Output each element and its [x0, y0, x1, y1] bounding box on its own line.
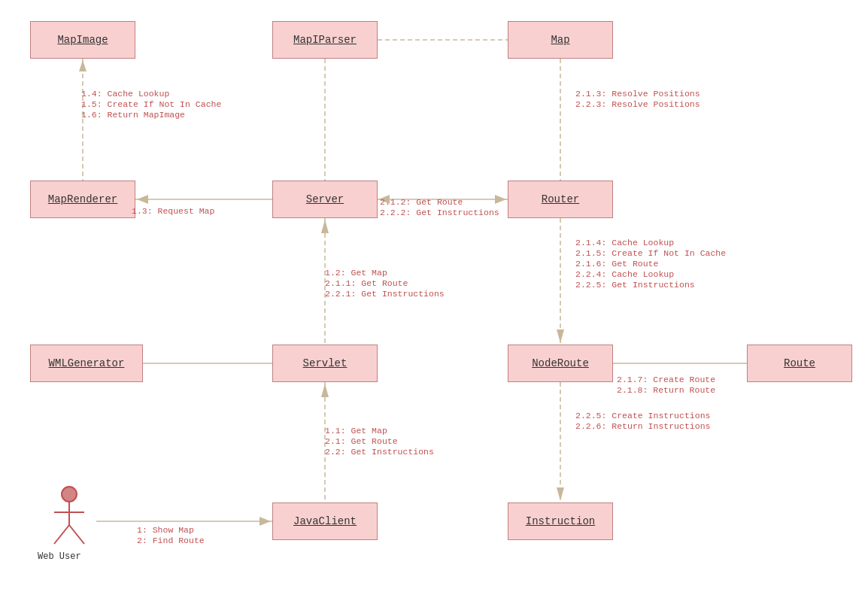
box-mapiparser: MapIParser [272, 21, 378, 59]
label-resolve-pos-213: 2.1.3: Resolve Positions [575, 89, 700, 99]
box-instruction: Instruction [508, 502, 613, 540]
box-noderoute: NodeRoute [508, 345, 613, 382]
label-get-route-211: 2.1.1: Get Route [325, 278, 408, 288]
svg-marker-1 [79, 60, 86, 71]
label-cache-lookup-214: 2.1.4: Cache Lookup [575, 238, 674, 247]
box-label-wmlgenerator: WMLGenerator [49, 357, 125, 369]
box-router: Router [508, 181, 613, 218]
label-return-instructions-226: 2.2.6: Return Instructions [575, 421, 710, 431]
label-create-instructions-225: 2.2.5: Create Instructions [575, 411, 710, 420]
label-create-if-not-cache: 1.5: Create If Not In Cache [81, 99, 221, 109]
box-server: Server [272, 181, 378, 218]
box-label-mapiparser: MapIParser [293, 34, 357, 46]
svg-point-23 [62, 487, 77, 502]
box-mapimage: MapImage [30, 21, 135, 59]
label-get-instructions-222: 2.2.2: Get Instructions [380, 208, 499, 217]
actor-label: Web User [38, 551, 81, 562]
label-get-route-212: 2.1.2: Get Route [380, 197, 463, 207]
label-get-route-216: 2.1.6: Get Route [575, 259, 658, 269]
box-label-maprenderer: MapRenderer [48, 193, 117, 205]
label-request-map: 1.3: Request Map [132, 206, 214, 216]
box-map: Map [508, 21, 613, 59]
svg-line-27 [69, 525, 84, 544]
box-label-javaclient: JavaClient [293, 515, 357, 527]
svg-marker-6 [137, 195, 148, 204]
label-get-route-21: 2.1: Get Route [325, 436, 398, 446]
label-get-instructions-22: 2.2: Get Instructions [325, 447, 434, 457]
box-label-map: Map [551, 34, 569, 46]
label-get-map-12: 1.2: Get Map [325, 268, 387, 278]
label-get-map-11: 1.1: Get Map [325, 426, 387, 436]
box-maprenderer: MapRenderer [30, 181, 135, 218]
box-label-mapimage: MapImage [57, 34, 108, 46]
box-label-servlet: Servlet [303, 357, 348, 369]
label-cache-lookup: 1.4: Cache Lookup [81, 89, 169, 99]
label-cache-lookup-224: 2.2.4: Cache Lookup [575, 269, 674, 279]
label-find-route-2: 2: Find Route [137, 536, 205, 545]
svg-marker-13 [557, 329, 564, 343]
box-route: Route [747, 345, 852, 382]
actor-svg [47, 484, 92, 551]
actor-web-user [47, 484, 92, 555]
box-label-route: Route [784, 357, 815, 369]
box-servlet: Servlet [272, 345, 378, 382]
label-return-mapimage: 1.6: Return MapImage [81, 110, 185, 120]
svg-marker-21 [259, 517, 271, 526]
box-wmlgenerator: WMLGenerator [30, 345, 143, 382]
svg-marker-19 [321, 384, 329, 397]
box-label-router: Router [542, 193, 579, 205]
diagram-container: MapImage MapIParser Map MapRenderer Serv… [0, 0, 868, 592]
svg-line-26 [54, 525, 69, 544]
label-get-instructions-225: 2.2.5: Get Instructions [575, 280, 695, 290]
box-label-server: Server [306, 193, 344, 205]
label-get-instructions-221: 2.2.1: Get Instructions [325, 289, 445, 299]
svg-marker-8 [495, 195, 506, 204]
label-create-route-217: 2.1.7: Create Route [617, 375, 715, 384]
svg-marker-11 [321, 220, 329, 233]
box-label-noderoute: NodeRoute [532, 357, 589, 369]
svg-marker-17 [557, 487, 564, 501]
box-label-instruction: Instruction [526, 515, 595, 527]
box-javaclient: JavaClient [272, 502, 378, 540]
label-resolve-pos-223: 2.2.3: Resolve Positions [575, 99, 700, 109]
label-create-cache-215: 2.1.5: Create If Not In Cache [575, 248, 726, 258]
label-show-map-1: 1: Show Map [137, 525, 194, 535]
label-return-route-218: 2.1.8: Return Route [617, 385, 715, 395]
